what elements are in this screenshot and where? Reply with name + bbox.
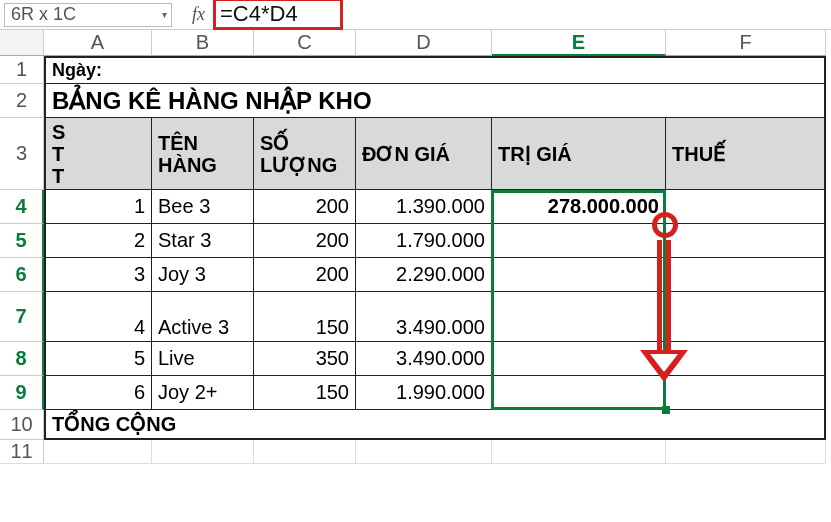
- name-box[interactable]: 6R x 1C ▾: [4, 3, 172, 27]
- cell-D2[interactable]: [356, 84, 492, 118]
- cell-A5[interactable]: 2: [44, 224, 152, 258]
- col-header-F[interactable]: F: [666, 30, 826, 56]
- cell-D5[interactable]: 1.790.000: [356, 224, 492, 258]
- select-all-corner[interactable]: [0, 30, 44, 56]
- cell-E11[interactable]: [492, 440, 666, 464]
- row-2: 2 BẢNG KÊ HÀNG NHẬP KHO: [0, 84, 831, 118]
- cell-C7[interactable]: 150: [254, 292, 356, 342]
- cell-D8[interactable]: 3.490.000: [356, 342, 492, 376]
- formula-input[interactable]: =C4*D4: [213, 0, 343, 30]
- row-9: 9 6 Joy 2+ 150 1.990.000: [0, 376, 831, 410]
- cell-A8[interactable]: 5: [44, 342, 152, 376]
- row-1: 1 Ngày:: [0, 56, 831, 84]
- row-header-4[interactable]: 4: [0, 190, 44, 224]
- cell-C5[interactable]: 200: [254, 224, 356, 258]
- fx-icon[interactable]: fx: [192, 4, 205, 25]
- cell-F4[interactable]: [666, 190, 826, 224]
- cell-A10[interactable]: TỔNG CỘNG: [44, 410, 152, 440]
- row-header-9[interactable]: 9: [0, 376, 44, 410]
- cell-A6[interactable]: 3: [44, 258, 152, 292]
- row-header-7[interactable]: 7: [0, 292, 44, 342]
- cell-D7[interactable]: 3.490.000: [356, 292, 492, 342]
- cell-D3[interactable]: ĐƠN GIÁ: [356, 118, 492, 190]
- row-header-2[interactable]: 2: [0, 84, 44, 118]
- cell-B3[interactable]: TÊN HÀNG: [152, 118, 254, 190]
- fill-handle[interactable]: [662, 406, 670, 414]
- cell-B9[interactable]: Joy 2+: [152, 376, 254, 410]
- annotation-arrow-down-icon: [640, 240, 688, 382]
- cell-B6[interactable]: Joy 3: [152, 258, 254, 292]
- cell-C10[interactable]: [254, 410, 356, 440]
- cell-C1[interactable]: [254, 56, 356, 84]
- row-header-11[interactable]: 11: [0, 440, 44, 464]
- row-11: 11: [0, 440, 831, 464]
- row-header-3[interactable]: 3: [0, 118, 44, 190]
- cell-C2[interactable]: [254, 84, 356, 118]
- cell-E10[interactable]: [492, 410, 666, 440]
- cell-E1[interactable]: [492, 56, 666, 84]
- cell-F3[interactable]: THUẾ: [666, 118, 826, 190]
- row-10: 10 TỔNG CỘNG: [0, 410, 831, 440]
- spreadsheet-grid: A B C D E F 1 Ngày: 2 BẢNG KÊ HÀNG NHẬP …: [0, 30, 831, 464]
- cell-B7[interactable]: Active 3: [152, 292, 254, 342]
- cell-D9[interactable]: 1.990.000: [356, 376, 492, 410]
- cell-C3[interactable]: SỐ LƯỢNG: [254, 118, 356, 190]
- cell-A11[interactable]: [44, 440, 152, 464]
- cell-F8[interactable]: [666, 342, 826, 376]
- cell-C9[interactable]: 150: [254, 376, 356, 410]
- row-header-8[interactable]: 8: [0, 342, 44, 376]
- cell-D6[interactable]: 2.290.000: [356, 258, 492, 292]
- cell-D4[interactable]: 1.390.000: [356, 190, 492, 224]
- column-headers: A B C D E F: [0, 30, 831, 56]
- cell-E4[interactable]: 278.000.000: [492, 190, 666, 224]
- name-box-value: 6R x 1C: [11, 4, 76, 25]
- col-header-A[interactable]: A: [44, 30, 152, 56]
- cell-B4[interactable]: Bee 3: [152, 190, 254, 224]
- cell-B1[interactable]: [152, 56, 254, 84]
- cell-F2[interactable]: [666, 84, 826, 118]
- row-7: 7 4 Active 3 150 3.490.000: [0, 292, 831, 342]
- cell-F6[interactable]: [666, 258, 826, 292]
- cell-D11[interactable]: [356, 440, 492, 464]
- cell-B10[interactable]: [152, 410, 254, 440]
- row-header-5[interactable]: 5: [0, 224, 44, 258]
- row-header-1[interactable]: 1: [0, 56, 44, 84]
- cell-F5[interactable]: [666, 224, 826, 258]
- cell-B8[interactable]: Live: [152, 342, 254, 376]
- row-8: 8 5 Live 350 3.490.000: [0, 342, 831, 376]
- row-4: 4 1 Bee 3 200 1.390.000 278.000.000: [0, 190, 831, 224]
- cell-F7[interactable]: [666, 292, 826, 342]
- name-box-dropdown-icon[interactable]: ▾: [162, 9, 167, 20]
- cell-A1[interactable]: Ngày:: [44, 56, 152, 84]
- row-6: 6 3 Joy 3 200 2.290.000: [0, 258, 831, 292]
- cell-A7[interactable]: 4: [44, 292, 152, 342]
- cell-B5[interactable]: Star 3: [152, 224, 254, 258]
- cell-A2[interactable]: BẢNG KÊ HÀNG NHẬP KHO: [44, 84, 152, 118]
- col-header-C[interactable]: C: [254, 30, 356, 56]
- col-header-E[interactable]: E: [492, 30, 666, 56]
- cell-E3[interactable]: TRỊ GIÁ: [492, 118, 666, 190]
- row-3: 3 S T T TÊN HÀNG SỐ LƯỢNG ĐƠN GIÁ TRỊ GI…: [0, 118, 831, 190]
- cell-B2[interactable]: [152, 84, 254, 118]
- cell-A3[interactable]: S T T: [44, 118, 152, 190]
- cell-F9[interactable]: [666, 376, 826, 410]
- cell-A9[interactable]: 6: [44, 376, 152, 410]
- cell-D10[interactable]: [356, 410, 492, 440]
- row-header-10[interactable]: 10: [0, 410, 44, 440]
- annotation-circle-icon: [652, 212, 678, 238]
- cell-C11[interactable]: [254, 440, 356, 464]
- row-header-6[interactable]: 6: [0, 258, 44, 292]
- cell-D1[interactable]: [356, 56, 492, 84]
- cell-F1[interactable]: [666, 56, 826, 84]
- row-5: 5 2 Star 3 200 1.790.000: [0, 224, 831, 258]
- cell-F10[interactable]: [666, 410, 826, 440]
- col-header-D[interactable]: D: [356, 30, 492, 56]
- cell-E2[interactable]: [492, 84, 666, 118]
- col-header-B[interactable]: B: [152, 30, 254, 56]
- cell-B11[interactable]: [152, 440, 254, 464]
- cell-C8[interactable]: 350: [254, 342, 356, 376]
- cell-C6[interactable]: 200: [254, 258, 356, 292]
- cell-C4[interactable]: 200: [254, 190, 356, 224]
- cell-F11[interactable]: [666, 440, 826, 464]
- cell-A4[interactable]: 1: [44, 190, 152, 224]
